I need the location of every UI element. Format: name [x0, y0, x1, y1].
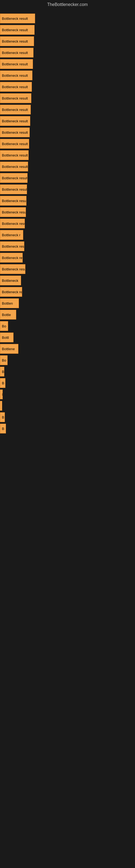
bottleneck-bar-27[interactable]: Bo	[0, 321, 8, 331]
bottleneck-bar-15[interactable]: Bottleneck result	[0, 184, 27, 194]
bar-row: Bottleneck result	[0, 48, 135, 58]
bar-row: Bottleneck result	[0, 70, 135, 80]
bottleneck-bar-20[interactable]: Bottleneck resu	[0, 241, 24, 251]
bottleneck-bar-8[interactable]: Bottleneck result	[0, 105, 31, 115]
bar-row: Bottleneck result	[0, 13, 135, 23]
bar-row: Bottleneck resu	[0, 219, 135, 228]
bottleneck-bar-33[interactable]: I	[0, 390, 3, 399]
bottleneck-bar-5[interactable]: Bottleneck result	[0, 70, 32, 80]
bottleneck-bar-31[interactable]: B	[0, 367, 4, 376]
bar-row: Bottleneck result	[0, 127, 135, 137]
bottleneck-bar-7[interactable]: Bottleneck result	[0, 93, 31, 103]
bar-row: Bottleneck result	[0, 59, 135, 69]
bar-row: B	[0, 412, 135, 422]
bottleneck-bar-16[interactable]: Bottleneck result	[0, 196, 27, 206]
bottleneck-bar-13[interactable]: Bottleneck result	[0, 162, 28, 172]
bottleneck-bar-19[interactable]: Bottleneck r	[0, 230, 23, 240]
bar-row: Bottleneck result	[0, 139, 135, 149]
bar-row: B	[0, 378, 135, 388]
bottleneck-bar-10[interactable]: Bottleneck result	[0, 127, 30, 137]
bottleneck-bar-6[interactable]: Bottleneck result	[0, 82, 32, 92]
bottleneck-bar-32[interactable]: B	[0, 378, 5, 388]
bar-row: Bottleneck result	[0, 207, 135, 217]
bar-row: B	[0, 424, 135, 433]
bar-row: I	[0, 401, 135, 411]
bar-row: Bottleneck result	[0, 116, 135, 126]
bar-row: Bottleneck result	[0, 105, 135, 115]
bottleneck-bar-17[interactable]: Bottleneck result	[0, 207, 26, 217]
bar-row: Bottleneck r	[0, 230, 135, 240]
bottleneck-bar-25[interactable]: Bottlen	[0, 299, 19, 308]
bottleneck-bar-22[interactable]: Bottleneck result	[0, 264, 26, 274]
bar-row: Bo	[0, 321, 135, 331]
bar-row: Bottleneck result	[0, 162, 135, 172]
site-title: TheBottlenecker.com	[0, 0, 135, 9]
bottleneck-bar-2[interactable]: Bottleneck result	[0, 36, 34, 46]
bar-row: Bottleneck	[0, 276, 135, 285]
bar-row: Bottleneck result	[0, 25, 135, 35]
bar-row: B	[0, 367, 135, 376]
bottleneck-bar-14[interactable]: Bottleneck result	[0, 173, 28, 183]
bottleneck-bar-29[interactable]: Bottlene	[0, 344, 18, 354]
bar-row: Bottlen	[0, 299, 135, 308]
bottleneck-bar-12[interactable]: Bottleneck result	[0, 150, 29, 160]
bottleneck-bar-3[interactable]: Bottleneck result	[0, 48, 34, 58]
bottleneck-bar-28[interactable]: Bottl	[0, 333, 13, 342]
bar-row: Bottleneck result	[0, 93, 135, 103]
bottleneck-bar-11[interactable]: Bottleneck result	[0, 139, 29, 149]
bar-row: Bottleneck re	[0, 253, 135, 262]
bottleneck-bar-21[interactable]: Bottleneck re	[0, 253, 23, 262]
bar-row: Bo	[0, 355, 135, 365]
bar-row: Bottleneck result	[0, 173, 135, 183]
bar-row: Bottleneck result	[0, 264, 135, 274]
bar-row: Bottleneck result	[0, 184, 135, 194]
bar-row: Bottle	[0, 310, 135, 319]
bottleneck-bar-30[interactable]: Bo	[0, 355, 8, 365]
bar-row: I	[0, 390, 135, 399]
bottleneck-bar-1[interactable]: Bottleneck result	[0, 25, 35, 35]
bars-container: Bottleneck resultBottleneck resultBottle…	[0, 9, 135, 438]
bar-row: Bottlene	[0, 344, 135, 354]
bar-row: Bottleneck resu	[0, 241, 135, 251]
bottleneck-bar-0[interactable]: Bottleneck result	[0, 13, 35, 23]
bar-row: Bottleneck res	[0, 287, 135, 297]
bar-row: Bottleneck result	[0, 150, 135, 160]
bottleneck-bar-9[interactable]: Bottleneck result	[0, 116, 30, 126]
bar-row: Bottleneck result	[0, 82, 135, 92]
bottleneck-bar-26[interactable]: Bottle	[0, 310, 16, 319]
bottleneck-bar-23[interactable]: Bottleneck	[0, 276, 21, 285]
bar-row: Bottleneck result	[0, 36, 135, 46]
bar-row: Bottl	[0, 333, 135, 342]
bottleneck-bar-36[interactable]: B	[0, 424, 6, 433]
bottleneck-bar-4[interactable]: Bottleneck result	[0, 59, 33, 69]
bottleneck-bar-18[interactable]: Bottleneck resu	[0, 219, 25, 228]
bar-row: Bottleneck result	[0, 196, 135, 206]
bottleneck-bar-34[interactable]: I	[0, 401, 2, 411]
bottleneck-bar-24[interactable]: Bottleneck res	[0, 287, 22, 297]
bottleneck-bar-35[interactable]: B	[0, 412, 5, 422]
